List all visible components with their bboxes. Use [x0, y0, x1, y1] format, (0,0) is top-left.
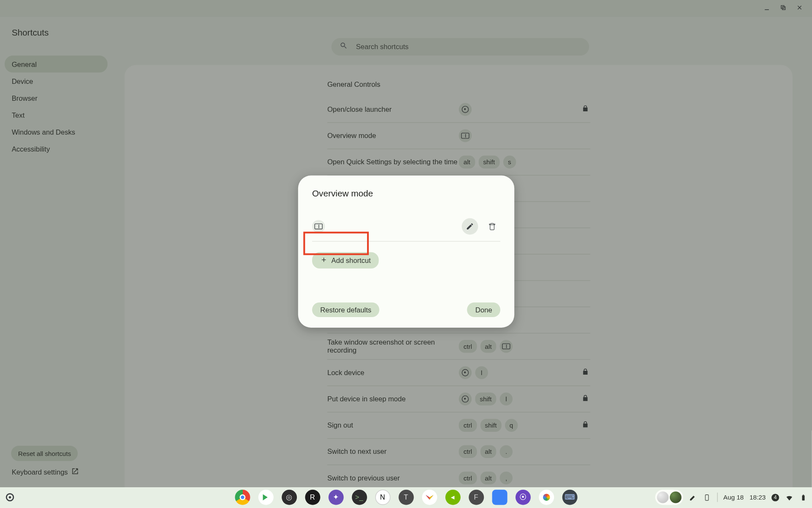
app-icon-f[interactable]: F	[469, 490, 484, 505]
notification-badge-icon: 4	[771, 494, 779, 501]
shelf-status-area[interactable]: Aug 18 18:23 4	[655, 490, 807, 505]
avatar-switcher[interactable]	[655, 490, 683, 505]
wifi-icon	[785, 493, 793, 501]
shortcuts-app-icon[interactable]: ⌨	[562, 490, 577, 505]
play-store-icon[interactable]	[258, 490, 273, 505]
launcher-button[interactable]	[6, 493, 14, 501]
app-icon-3[interactable]: ◎	[281, 490, 296, 505]
add-shortcut-label: Add shortcut	[332, 256, 371, 264]
overview-key-icon	[312, 220, 325, 233]
app-icon-9[interactable]	[422, 490, 437, 505]
nvidia-icon[interactable]: ◂	[445, 490, 460, 505]
stylus-icon[interactable]	[689, 493, 697, 501]
edit-shortcut-button[interactable]	[462, 218, 478, 235]
notion-icon[interactable]: N	[375, 490, 390, 505]
shelf: ◎ R ✦ >_ N T ◂ F ⦿ ⌨ Aug 18 18:23 4	[0, 487, 812, 507]
shelf-time: 18:23	[749, 494, 765, 501]
delete-shortcut-button[interactable]	[484, 218, 500, 235]
shelf-date: Aug 18	[723, 494, 743, 501]
terminal-icon[interactable]: >_	[351, 490, 367, 505]
plus-icon	[320, 256, 327, 265]
restore-defaults-button[interactable]: Restore defaults	[312, 302, 379, 317]
shelf-apps: ◎ R ✦ >_ N T ◂ F ⦿ ⌨	[235, 490, 577, 505]
svg-rect-4	[802, 494, 804, 495]
app-icon-12[interactable]	[492, 490, 507, 505]
chrome-icon[interactable]	[235, 490, 250, 505]
app-icon-r[interactable]: R	[305, 490, 320, 505]
app-icon-13[interactable]: ⦿	[515, 490, 530, 505]
app-icon-t[interactable]: T	[398, 490, 414, 505]
svg-rect-3	[802, 495, 804, 500]
tutorial-highlight	[303, 232, 369, 255]
svg-rect-2	[705, 494, 708, 500]
app-icon-14[interactable]	[539, 490, 554, 505]
phone-hub-icon[interactable]	[703, 493, 711, 501]
battery-icon	[799, 493, 807, 501]
dialog-title: Overview mode	[312, 188, 500, 198]
done-button[interactable]: Done	[467, 302, 500, 317]
app-icon-5[interactable]: ✦	[328, 490, 343, 505]
